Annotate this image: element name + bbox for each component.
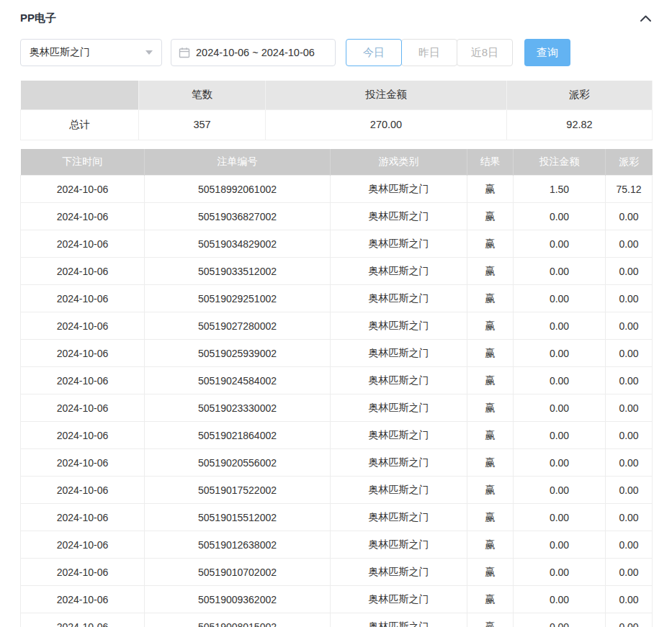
result-cell: 赢 [467,258,514,285]
table-row: 2024-10-06 50518992061002 奥林匹斯之门 赢 1.50 … [21,176,653,203]
order-number-cell: 50519027280002 [145,312,331,340]
bet-amount-cell: 0.00 [514,586,606,613]
summary-header-payout: 派彩 [507,81,653,109]
order-number-cell: 50519025939002 [145,340,331,367]
bet-amount-cell: 0.00 [514,312,606,340]
bet-time-cell: 2024-10-06 [21,504,145,531]
table-row: 2024-10-06 50519036827002 奥林匹斯之门 赢 0.00 … [21,203,653,230]
date-range-value: 2024-10-06 ~ 2024-10-06 [196,47,315,58]
payout-cell: 0.00 [606,449,653,477]
result-cell: 赢 [467,449,514,477]
summary-total-bet-amount: 270.00 [266,109,507,140]
game-category-cell: 奥林匹斯之门 [331,367,467,394]
filter-bar: 奥林匹斯之门 2024-10-06 ~ 2024-10-06 今日 昨日 近8日… [20,39,652,66]
game-category-cell: 奥林匹斯之门 [331,422,467,449]
chevron-down-icon [145,50,153,55]
date-range-input[interactable]: 2024-10-06 ~ 2024-10-06 [171,39,336,66]
summary-table: 笔数 投注金额 派彩 总计 357 270.00 92.82 [20,81,653,140]
game-category-cell: 奥林匹斯之门 [331,394,467,422]
bet-amount-cell: 0.00 [514,285,606,312]
table-row: 2024-10-06 50519029251002 奥林匹斯之门 赢 0.00 … [21,285,653,312]
bet-amount-cell: 0.00 [514,504,606,531]
payout-cell: 0.00 [606,477,653,504]
summary-corner-cell [21,81,139,109]
bet-amount-cell: 0.00 [514,559,606,586]
result-cell: 赢 [467,230,514,258]
payout-cell: 0.00 [606,504,653,531]
quick-filter-today[interactable]: 今日 [346,39,402,66]
table-row: 2024-10-06 50519023330002 奥林匹斯之门 赢 0.00 … [21,394,653,422]
quick-filter-last8days[interactable]: 近8日 [457,39,513,66]
game-category-cell: 奥林匹斯之门 [331,203,467,230]
bet-time-cell: 2024-10-06 [21,176,145,203]
bet-amount-cell: 1.50 [514,176,606,203]
bet-time-cell: 2024-10-06 [21,258,145,285]
bet-time-cell: 2024-10-06 [21,394,145,422]
search-button[interactable]: 查询 [524,39,570,66]
bets-table: 下注时间 注单编号 游戏类别 结果 投注金额 派彩 2024-10-06 505… [20,149,653,627]
payout-cell: 0.00 [606,394,653,422]
summary-total-label: 总计 [21,109,139,140]
bet-time-cell: 2024-10-06 [21,340,145,367]
payout-cell: 0.00 [606,203,653,230]
game-category-cell: 奥林匹斯之门 [331,531,467,559]
result-cell: 赢 [467,203,514,230]
game-category-cell: 奥林匹斯之门 [331,586,467,613]
table-row: 2024-10-06 50519034829002 奥林匹斯之门 赢 0.00 … [21,230,653,258]
bet-time-cell: 2024-10-06 [21,422,145,449]
result-cell: 赢 [467,613,514,627]
order-number-cell: 50519021864002 [145,422,331,449]
bet-time-cell: 2024-10-06 [21,586,145,613]
result-cell: 赢 [467,367,514,394]
pp-games-panel: PP电子 奥林匹斯之门 2024-10-06 ~ 2024-10-06 [0,0,672,627]
bet-amount-cell: 0.00 [514,422,606,449]
payout-cell: 0.00 [606,613,653,627]
bet-amount-cell: 0.00 [514,477,606,504]
bet-time-cell: 2024-10-06 [21,559,145,586]
payout-cell: 0.00 [606,531,653,559]
bet-amount-cell: 0.00 [514,613,606,627]
bet-time-cell: 2024-10-06 [21,367,145,394]
table-row: 2024-10-06 50519021864002 奥林匹斯之门 赢 0.00 … [21,422,653,449]
result-cell: 赢 [467,312,514,340]
game-select[interactable]: 奥林匹斯之门 [20,39,162,66]
order-number-cell: 50519020556002 [145,449,331,477]
col-header-payout: 派彩 [606,149,653,176]
quick-filter-yesterday[interactable]: 昨日 [401,39,457,66]
table-row: 2024-10-06 50519024584002 奥林匹斯之门 赢 0.00 … [21,367,653,394]
order-number-cell: 50519012638002 [145,531,331,559]
summary-header-count: 笔数 [139,81,266,109]
game-category-cell: 奥林匹斯之门 [331,176,467,203]
table-row: 2024-10-06 50519025939002 奥林匹斯之门 赢 0.00 … [21,340,653,367]
bet-amount-cell: 0.00 [514,449,606,477]
order-number-cell: 50519034829002 [145,230,331,258]
bet-time-cell: 2024-10-06 [21,531,145,559]
game-category-cell: 奥林匹斯之门 [331,613,467,627]
order-number-cell: 50519008015002 [145,613,331,627]
bet-time-cell: 2024-10-06 [21,285,145,312]
game-category-cell: 奥林匹斯之门 [331,477,467,504]
result-cell: 赢 [467,422,514,449]
bet-amount-cell: 0.00 [514,531,606,559]
order-number-cell: 50519009362002 [145,586,331,613]
game-category-cell: 奥林匹斯之门 [331,340,467,367]
table-row: 2024-10-06 50519027280002 奥林匹斯之门 赢 0.00 … [21,312,653,340]
bets-header-row: 下注时间 注单编号 游戏类别 结果 投注金额 派彩 [21,149,653,176]
game-category-cell: 奥林匹斯之门 [331,449,467,477]
order-number-cell: 50519017522002 [145,477,331,504]
order-number-cell: 50519024584002 [145,367,331,394]
result-cell: 赢 [467,504,514,531]
payout-cell: 0.00 [606,559,653,586]
table-row: 2024-10-06 50519033512002 奥林匹斯之门 赢 0.00 … [21,258,653,285]
game-category-cell: 奥林匹斯之门 [331,312,467,340]
order-number-cell: 50519036827002 [145,203,331,230]
col-header-order-number: 注单编号 [145,149,331,176]
payout-cell: 0.00 [606,230,653,258]
payout-cell: 0.00 [606,285,653,312]
game-category-cell: 奥林匹斯之门 [331,285,467,312]
game-category-cell: 奥林匹斯之门 [331,258,467,285]
chevron-up-icon[interactable] [640,14,652,22]
payout-cell: 0.00 [606,340,653,367]
quick-filter-group: 今日 昨日 近8日 [346,39,513,66]
payout-cell: 0.00 [606,258,653,285]
